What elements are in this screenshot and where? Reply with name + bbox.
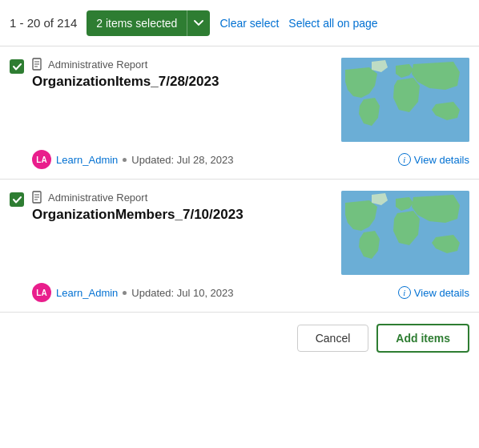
- item-2-view-details[interactable]: i View details: [398, 286, 469, 299]
- item-1-thumbnail: [341, 58, 469, 142]
- item-1-view-details[interactable]: i View details: [398, 153, 469, 166]
- doc-icon: [32, 58, 43, 71]
- item-2-checkbox[interactable]: [10, 192, 24, 207]
- top-bar: 1 - 20 of 214 2 items selected Clear sel…: [0, 0, 479, 46]
- list-container: Administrative Report OrganizationItems_…: [0, 46, 479, 313]
- item-1-author-name: Learn_Admin: [56, 154, 118, 166]
- cancel-button[interactable]: Cancel: [297, 325, 369, 352]
- list-item: Administrative Report OrganizationMember…: [0, 180, 479, 313]
- item-1-type: Administrative Report: [48, 59, 147, 71]
- item-2-title: OrganizationMembers_7/10/2023: [32, 207, 333, 223]
- add-items-button[interactable]: Add items: [376, 324, 469, 353]
- footer-bar: Cancel Add items: [0, 313, 479, 364]
- page-count: 1 - 20 of 214: [10, 16, 77, 30]
- info-icon: i: [398, 286, 411, 299]
- item-2-type: Administrative Report: [48, 192, 147, 204]
- selected-badge-label: 2 items selected: [87, 17, 187, 30]
- item-2-updated: Updated: Jul 10, 2023: [131, 287, 233, 299]
- item-1-avatar: LA: [32, 150, 51, 169]
- clear-select-link[interactable]: Clear select: [219, 17, 279, 30]
- selected-badge[interactable]: 2 items selected: [87, 10, 210, 36]
- item-2-avatar: LA: [32, 283, 51, 302]
- item-2-thumbnail: [341, 191, 469, 275]
- item-2-author-name: Learn_Admin: [56, 287, 118, 299]
- item-1-title: OrganizationItems_7/28/2023: [32, 74, 333, 90]
- item-1-checkbox[interactable]: [10, 59, 24, 74]
- doc-icon: [32, 191, 43, 204]
- item-1-updated: Updated: Jul 28, 2023: [131, 154, 233, 166]
- info-icon: i: [398, 153, 411, 166]
- list-item: Administrative Report OrganizationItems_…: [0, 46, 479, 180]
- dropdown-arrow-icon[interactable]: [187, 10, 210, 36]
- select-all-page-link[interactable]: Select all on page: [288, 17, 377, 30]
- separator-dot: [123, 291, 127, 295]
- separator-dot: [123, 158, 127, 162]
